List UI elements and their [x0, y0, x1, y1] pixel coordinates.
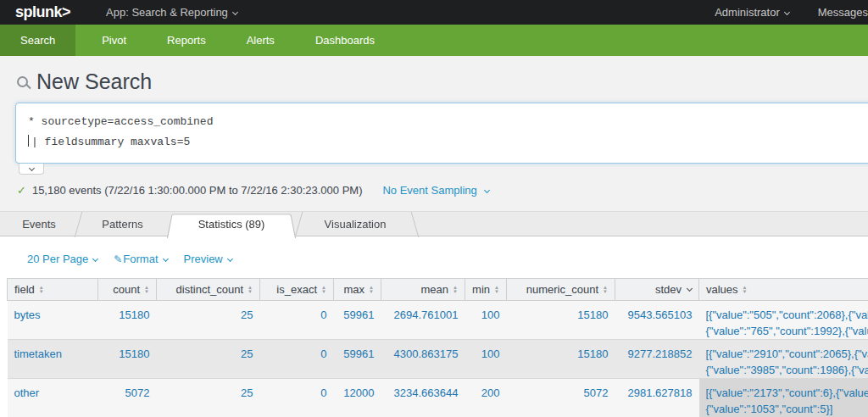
search-assistant-toggle[interactable]	[19, 164, 44, 175]
messages-menu[interactable]: Messages	[818, 6, 868, 19]
query-line-1: * sourcetype=access_combined	[28, 112, 862, 132]
cell-field[interactable]: timetaken	[8, 340, 98, 379]
results-controls: 20 Per Page ✎Format Preview	[0, 236, 868, 278]
app-switcher-label: App: Search & Reporting	[106, 6, 228, 19]
messages-label: Messages	[818, 6, 868, 19]
cell-distinct_count[interactable]: 25	[157, 340, 260, 379]
sort-toggle-icon: ▲▼	[144, 286, 149, 294]
query-line-2: | fieldsummary maxvals=5	[28, 132, 862, 153]
results-content: 20 Per Page ✎Format Preview field▲▼count…	[0, 236, 868, 417]
preview-menu[interactable]: Preview	[184, 253, 232, 265]
column-header-max[interactable]: max▲▼	[334, 279, 381, 301]
cell-field[interactable]: bytes	[8, 301, 98, 340]
sort-toggle-icon: ▲▼	[248, 286, 253, 294]
nav-item-dashboards[interactable]: Dashboards	[301, 25, 389, 56]
cell-mean[interactable]: 2694.761001	[381, 301, 465, 340]
app-nav-bar: Search Pivot Reports Alerts Dashboards	[0, 25, 868, 56]
user-menu-label: Administrator	[715, 6, 780, 19]
per-page-menu[interactable]: 20 Per Page	[27, 253, 97, 265]
splunk-logo[interactable]: splunk>	[15, 3, 70, 21]
tab-events[interactable]: Events	[0, 212, 78, 237]
tab-patterns[interactable]: Patterns	[78, 212, 167, 237]
sort-toggle-icon: ▲▼	[743, 286, 748, 294]
column-header-mean[interactable]: mean▲▼	[381, 279, 465, 301]
column-header-values[interactable]: values▲▼	[699, 279, 868, 301]
cell-numeric_count[interactable]: 15180	[507, 301, 615, 340]
cell-values[interactable]: [{"value":"505","count":2068},{"value":"…	[699, 301, 868, 340]
nav-item-alerts[interactable]: Alerts	[232, 25, 289, 56]
cell-max[interactable]: 59961	[334, 301, 381, 340]
cell-numeric_count[interactable]: 5072	[507, 379, 615, 417]
job-done-check-icon: ✓	[17, 184, 26, 197]
cell-count[interactable]: 15180	[98, 301, 157, 340]
cell-min[interactable]: 100	[465, 301, 507, 340]
tab-statistics[interactable]: Statistics (89)	[167, 212, 296, 237]
column-header-count[interactable]: count▲▼	[98, 279, 157, 301]
cell-distinct_count[interactable]: 25	[157, 379, 260, 417]
search-icon	[17, 76, 28, 87]
cell-stdev[interactable]: 2981.627818	[615, 379, 699, 417]
search-band: New Search * sourcetype=access_combined …	[0, 56, 868, 211]
title-row: New Search	[0, 56, 868, 103]
chevron-down-icon	[162, 256, 168, 262]
cell-mean[interactable]: 3234.663644	[381, 379, 465, 417]
search-input[interactable]: * sourcetype=access_combined | fieldsumm…	[15, 103, 868, 164]
sort-toggle-icon: ▲▼	[453, 286, 458, 294]
sort-toggle-icon: ▲▼	[39, 286, 44, 294]
column-header-numeric_count[interactable]: numeric_count▲▼	[507, 279, 615, 301]
cell-max[interactable]: 59961	[334, 340, 381, 379]
column-label: is_exact	[276, 284, 317, 297]
table-header-row: field▲▼count▲▼distinct_count▲▼is_exact▲▼…	[8, 279, 868, 301]
cell-count[interactable]: 5072	[98, 379, 157, 417]
column-label: min	[472, 284, 490, 297]
sort-toggle-icon: ▲▼	[603, 286, 608, 294]
result-tabs: Events Patterns Statistics (89) Visualiz…	[0, 211, 868, 236]
cell-min[interactable]: 100	[465, 340, 507, 379]
column-label: mean	[421, 284, 449, 297]
cell-distinct_count[interactable]: 25	[157, 301, 260, 340]
column-label: stdev	[655, 284, 682, 297]
cell-is_exact[interactable]: 0	[260, 340, 334, 379]
nav-item-reports[interactable]: Reports	[153, 25, 220, 56]
nav-item-pivot[interactable]: Pivot	[87, 25, 141, 56]
column-label: count	[113, 284, 140, 297]
chevron-down-icon	[232, 9, 238, 15]
column-header-field[interactable]: field▲▼	[8, 279, 98, 301]
column-label: field	[14, 284, 35, 297]
event-sampling-menu[interactable]: No Event Sampling	[382, 184, 489, 197]
column-label: distinct_count	[176, 284, 244, 297]
app-switcher-menu[interactable]: App: Search & Reporting	[106, 6, 237, 19]
user-menu[interactable]: Administrator	[715, 6, 789, 19]
column-header-min[interactable]: min▲▼	[465, 279, 507, 301]
cell-values[interactable]: [{"value":"2173","count":6},{"value":"{"…	[699, 379, 868, 417]
chevron-down-icon	[784, 9, 790, 15]
column-header-distinct_count[interactable]: distinct_count▲▼	[157, 279, 260, 301]
column-label: numeric_count	[526, 284, 598, 297]
tab-visualization[interactable]: Visualization	[296, 212, 415, 237]
chevron-down-icon	[484, 187, 490, 193]
chevron-down-icon	[28, 164, 34, 170]
cell-stdev[interactable]: 9543.565103	[615, 301, 699, 340]
cell-numeric_count[interactable]: 15180	[507, 340, 615, 379]
cell-stdev[interactable]: 9277.218852	[615, 340, 699, 379]
column-label: max	[343, 284, 364, 297]
column-label: values	[706, 284, 738, 297]
chevron-down-icon	[92, 256, 98, 262]
cell-max[interactable]: 12000	[334, 379, 381, 417]
page-title: New Search	[36, 70, 152, 94]
cell-is_exact[interactable]: 0	[260, 301, 334, 340]
cell-field[interactable]: other	[8, 379, 98, 417]
cell-values[interactable]: [{"value":"2910","count":2065},{"value":…	[699, 340, 868, 379]
format-menu[interactable]: ✎Format	[114, 253, 167, 265]
cell-count[interactable]: 15180	[98, 340, 157, 379]
events-summary-row: ✓ 15,180 events (7/22/16 1:30:00.000 PM …	[0, 175, 868, 211]
pencil-icon: ✎	[114, 253, 122, 265]
column-header-stdev[interactable]: stdev	[615, 279, 699, 301]
top-bar: splunk> App: Search & Reporting Administ…	[0, 0, 868, 25]
cell-min[interactable]: 200	[465, 379, 507, 417]
column-header-is_exact[interactable]: is_exact▲▼	[260, 279, 334, 301]
cell-mean[interactable]: 4300.863175	[381, 340, 465, 379]
nav-item-search[interactable]: Search	[0, 25, 75, 56]
sort-toggle-icon: ▲▼	[321, 286, 326, 294]
cell-is_exact[interactable]: 0	[260, 379, 334, 417]
